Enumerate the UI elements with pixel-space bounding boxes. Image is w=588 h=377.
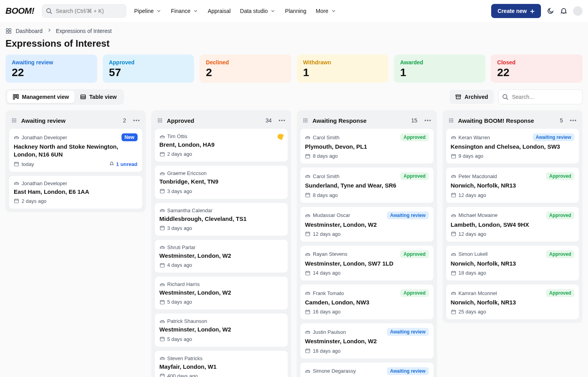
nav-planning[interactable]: Planning [285, 8, 307, 14]
unread-indicator[interactable]: 1 unread [109, 161, 137, 167]
board-card[interactable]: Carol SmithApproved Plymouth, Devon, PL1… [300, 128, 434, 164]
board-card[interactable]: Michael McwaineApproved Lambeth, London,… [446, 206, 580, 242]
card-location: Norwich, Norfolk, NR13 [451, 260, 575, 268]
more-icon[interactable] [278, 117, 286, 124]
status-badge: New [122, 133, 138, 141]
nav-appraisal[interactable]: Appraisal [208, 8, 230, 14]
grip-icon[interactable] [448, 117, 454, 124]
tile-value: 57 [109, 66, 188, 79]
board-card[interactable]: Keran WarrenAwaiting review Kensington a… [446, 128, 580, 164]
board-card[interactable]: Simon LukellApproved Norwich, Norfolk, N… [446, 245, 580, 281]
card-date: 9 days ago [459, 153, 484, 159]
board-column: Awaiting review 2 Jonathan DeveloperNew … [5, 110, 146, 212]
card-person: Kamran Mconnel [459, 290, 544, 296]
calendar-icon [160, 336, 165, 342]
building-icon [160, 171, 165, 176]
calendar-icon [451, 270, 456, 276]
building-icon [451, 290, 456, 296]
card-date: 12 days ago [459, 231, 486, 237]
nav-data-studio[interactable]: Data studio [240, 8, 276, 14]
board-card[interactable]: Kamran MconnelApproved Norwich, Norfolk,… [446, 284, 580, 320]
board-card[interactable]: Peter MacdonaldApproved Norwich, Norfolk… [446, 167, 580, 203]
table-view-button[interactable]: Table view [74, 91, 122, 103]
chevron-down-icon [193, 8, 198, 14]
search-icon [46, 8, 52, 14]
board-card[interactable]: Simone DegarassyAwaiting review Westmins… [300, 362, 434, 377]
board-column: Approved 34 Tim Ottis Brent, London, HA9… [151, 110, 292, 377]
board-card[interactable]: Rayan StevensApproved Westminster, Londo… [300, 245, 434, 281]
board-card[interactable]: Patrick Shaunson Westminster, London, W2… [154, 313, 289, 347]
building-icon [14, 180, 19, 186]
archived-button[interactable]: Archived [450, 90, 494, 104]
board-card[interactable]: Steven Patricks Mayfair, London, W1 400 … [154, 350, 289, 377]
calendar-icon [160, 373, 165, 377]
nav-label: Data studio [240, 8, 268, 14]
card-location: Westminster, London, W2 [160, 252, 283, 260]
card-date: 400 days ago [167, 373, 198, 377]
status-badge: Approved [400, 172, 428, 180]
board-card[interactable]: Graeme Ericcson Tonbridge, Kent, TN9 3 d… [154, 165, 289, 199]
board-card[interactable]: Richard Harris Westminster, London, W2 5… [154, 276, 289, 310]
breadcrumb-root[interactable]: Dashboard [16, 28, 43, 34]
nav-pipeline[interactable]: Pipeline [134, 8, 162, 14]
card-location: Westminster, London, W2 [305, 221, 429, 229]
tile-label: Awarded [400, 59, 479, 66]
card-date: 25 days ago [459, 309, 486, 315]
board-card[interactable]: Justin PaulsonAwaiting review Westminste… [300, 323, 434, 359]
more-icon[interactable] [569, 117, 577, 124]
tile-withdrawn[interactable]: Withdrawn 1 [297, 55, 388, 83]
tile-awarded[interactable]: Awarded 1 [394, 55, 486, 83]
breadcrumb: Dashboard Expressions of Interest [0, 22, 588, 36]
tile-closed[interactable]: Closed 22 [491, 55, 583, 83]
more-icon[interactable] [424, 117, 432, 124]
status-badge: Approved [400, 133, 428, 141]
building-icon [160, 244, 165, 250]
plus-icon [529, 8, 535, 14]
board-card[interactable]: Mudassar OscarAwaiting review Westminste… [300, 206, 434, 242]
tile-approved[interactable]: Approved 57 [103, 55, 194, 83]
nav-finance[interactable]: Finance [171, 8, 198, 14]
theme-toggle-icon[interactable] [546, 7, 554, 15]
management-view-label: Management view [22, 94, 69, 100]
board-card[interactable]: Jonathan Developer East Ham, London, E6 … [9, 175, 143, 209]
global-search-input[interactable] [42, 4, 126, 18]
board-card[interactable]: Shruti Parlar Westminster, London, W2 4 … [154, 239, 289, 273]
board-card[interactable]: Jonathan DeveloperNew Hackney North and … [9, 128, 143, 172]
board-column: Awaiting BOOM! Response 5 Keran WarrenAw… [443, 110, 583, 323]
calendar-icon [305, 153, 310, 159]
logo: BOOM! [5, 6, 34, 16]
board-card[interactable]: Tim Ottis Brent, London, HA9 2 days ago [154, 128, 289, 162]
card-date: 4 days ago [167, 262, 192, 268]
tile-label: Closed [497, 59, 576, 66]
grip-icon[interactable] [302, 117, 309, 124]
page-title: Expressions of Interest [0, 36, 588, 55]
card-location: Kensington and Chelsea, London, SW3 [451, 143, 575, 151]
tile-declined[interactable]: Declined 2 [200, 55, 291, 83]
status-badge: Approved [546, 250, 574, 258]
tile-label: Withdrawn [303, 59, 382, 66]
tile-value: 1 [400, 66, 479, 79]
card-location: Westminster, London, W2 [160, 326, 283, 333]
tile-awaiting-review[interactable]: Awaiting review 22 [5, 55, 97, 83]
board-card[interactable]: Frank TomatoApproved Camden, London, NW3… [300, 284, 434, 320]
board-search-input[interactable] [498, 89, 583, 104]
column-title: Awaiting review [21, 117, 119, 124]
chevron-down-icon [270, 8, 276, 14]
notifications-icon[interactable] [560, 7, 568, 15]
building-icon [451, 251, 456, 257]
card-person: Steven Patricks [167, 355, 283, 361]
more-icon[interactable] [132, 117, 140, 124]
tile-value: 1 [303, 66, 382, 79]
calendar-icon [451, 192, 456, 198]
grip-icon[interactable] [157, 117, 163, 124]
board-card[interactable]: Samantha Calendar Middlesbrough, Clevela… [154, 202, 289, 236]
management-view-button[interactable]: Management view [7, 91, 74, 103]
calendar-icon [451, 309, 456, 315]
create-new-button[interactable]: Create new [491, 4, 541, 18]
grip-icon[interactable] [11, 117, 17, 124]
board-card[interactable]: Carol SmithApproved Sunderland, Tyne and… [300, 167, 434, 203]
calendar-icon [14, 198, 19, 204]
nav-more[interactable]: More [316, 8, 336, 14]
card-location: Westminster, London, W2 [305, 337, 429, 345]
avatar[interactable] [573, 6, 583, 16]
